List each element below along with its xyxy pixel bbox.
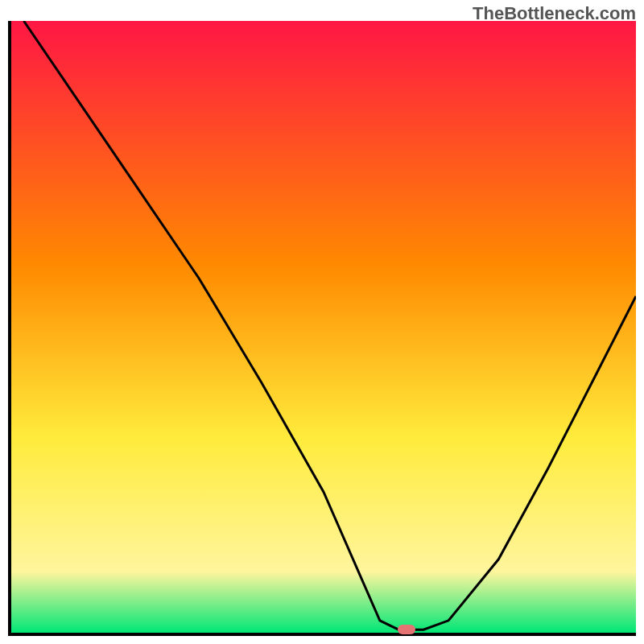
optimal-point-marker [398,625,415,634]
plot-area [8,21,636,636]
bottleneck-chart: TheBottleneck.com [0,0,644,644]
watermark-text: TheBottleneck.com [473,3,636,24]
bottleneck-curve-line [24,21,636,630]
curve-layer [11,21,636,633]
